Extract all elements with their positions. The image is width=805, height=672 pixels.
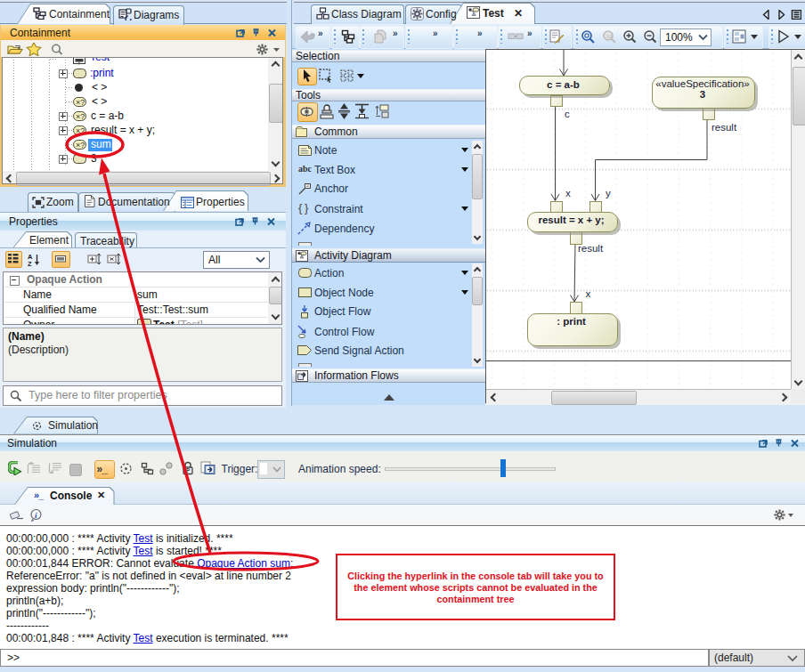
svg-text:P: P: [186, 467, 191, 474]
svg-text:×?: ×?: [76, 112, 85, 121]
svg-text:Z: Z: [28, 260, 32, 267]
svg-text:×?: ×?: [76, 141, 85, 150]
svg-text:10: 10: [606, 34, 613, 39]
svg-text:×?: ×?: [76, 98, 85, 107]
svg-text:i: i: [35, 511, 37, 520]
svg-text:×?: ×?: [76, 126, 85, 135]
